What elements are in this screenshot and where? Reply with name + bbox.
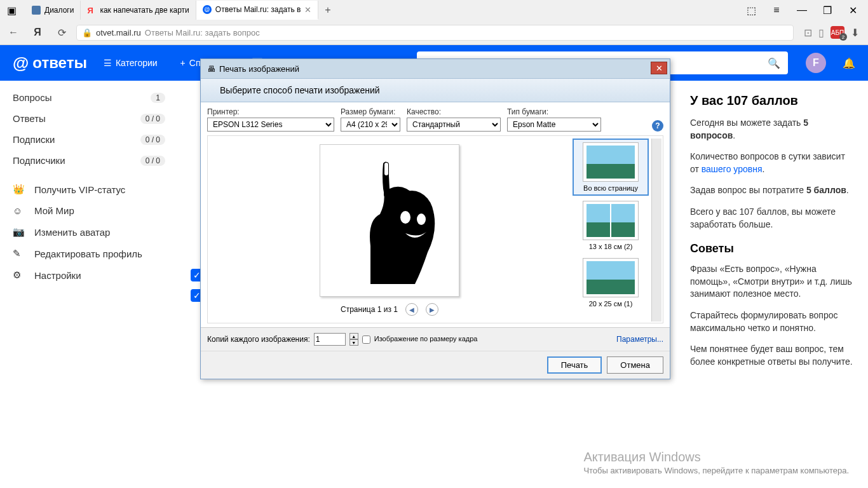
papersize-label: Размер бумаги: (341, 107, 400, 116)
help-icon[interactable]: ? (652, 120, 663, 132)
search-icon[interactable]: 🔍 (768, 57, 780, 69)
smile-icon: ☺ (13, 205, 27, 216)
sidebar-item-answers[interactable]: Ответы0 / 0 (0, 108, 178, 129)
next-page-button[interactable]: ▶ (426, 303, 438, 316)
tab-mailru-active[interactable]: @ Ответы Mail.ru: задать в ✕ (196, 1, 319, 20)
sidebar: Вопросы1 Ответы0 / 0 Подписки0 / 0 Подпи… (0, 81, 178, 488)
pocket-icon[interactable]: ⬚ (738, 1, 764, 19)
tab-label: Диалоги (44, 6, 74, 15)
mailru-icon: @ (203, 5, 212, 14)
tab-label: Ответы Mail.ru: задать в (215, 5, 301, 14)
logo[interactable]: @ ответы (13, 53, 87, 73)
svg-point-1 (400, 211, 410, 224)
close-window-icon[interactable]: ✕ (840, 1, 865, 19)
logo-text: ответы (32, 54, 87, 72)
bell-icon[interactable]: 🔔 (843, 57, 855, 69)
preview-page (320, 144, 459, 297)
printer-label: Принтер: (207, 107, 334, 116)
url-title: Ответы Mail.ru: задать вопрос (145, 28, 260, 37)
layout-20x25[interactable]: 20 x 25 см (1) (573, 255, 649, 310)
quality-select[interactable]: Стандартный (407, 118, 501, 132)
nav-categories[interactable]: ☰Категории (97, 58, 164, 68)
prev-page-button[interactable]: ◀ (405, 303, 418, 316)
level-link[interactable]: вашего уровня (702, 164, 763, 174)
svg-rect-4 (384, 163, 388, 175)
dialog-title: Печать изображений (219, 64, 299, 74)
new-tab-button[interactable]: + (318, 4, 337, 16)
tab-strip: Диалоги Я как напечатать две карти @ Отв… (25, 1, 738, 20)
crown-icon: 👑 (13, 184, 27, 195)
papersize-select[interactable]: A4 (210 x 297 (341, 118, 400, 132)
copies-label: Копий каждого изображения: (207, 335, 310, 344)
at-icon: @ (13, 53, 29, 73)
dialog-banner: Выберите способ печати изображений (201, 78, 670, 102)
camera-icon: 📷 (13, 226, 27, 238)
printer-select[interactable]: EPSON L312 Series (207, 118, 334, 132)
maximize-icon[interactable]: ❐ (815, 1, 840, 19)
layout-list: Во всю страницу 13 x 18 см (2) 20 x 25 с… (573, 139, 649, 322)
layout-fullpage[interactable]: Во всю страницу (573, 139, 649, 196)
fit-checkbox[interactable] (362, 336, 370, 344)
print-dialog: 🖶 Печать изображений ✕ Выберите способ п… (200, 58, 670, 379)
sidebar-link-mymir[interactable]: ☺Мой Мир (0, 200, 178, 221)
print-icon: 🖶 (207, 64, 215, 74)
sidebar-item-followers[interactable]: Подписчики0 / 0 (0, 150, 178, 171)
menu-icon[interactable]: ≡ (764, 1, 789, 19)
sidebar-item-questions[interactable]: Вопросы1 (0, 87, 178, 108)
sidebar-link-avatar[interactable]: 📷Изменить аватар (0, 221, 178, 243)
avatar[interactable]: F (806, 53, 826, 73)
yandex-home-icon[interactable]: Я (28, 23, 47, 42)
copies-input[interactable] (314, 333, 346, 346)
copies-down[interactable]: ▼ (349, 339, 358, 346)
tab-label: как напечатать две карти (100, 6, 189, 15)
fit-label: Изображение по размеру кадра (374, 335, 478, 343)
sidebar-link-settings[interactable]: ⚙Настройки (0, 264, 178, 286)
back-button[interactable]: ← (4, 23, 23, 42)
close-icon[interactable]: ✕ (304, 5, 311, 15)
points-heading: У вас 107 баллов (690, 93, 855, 108)
close-dialog-button[interactable]: ✕ (651, 62, 667, 74)
papertype-label: Тип бумаги: (507, 107, 601, 116)
copies-up[interactable]: ▲ (349, 333, 358, 339)
address-bar[interactable]: 🔒 otvet.mail.ru Ответы Mail.ru: задать в… (76, 25, 794, 41)
list-icon: ☰ (104, 58, 112, 68)
tips-heading: Советы (690, 242, 855, 255)
tab-yandex-search[interactable]: Я как напечатать две карти (81, 1, 196, 20)
edit-icon: ✎ (13, 248, 27, 259)
downloads-icon[interactable]: ⬇ (851, 27, 859, 39)
reload-button[interactable]: ⟳ (52, 23, 71, 42)
reader-icon[interactable]: ⊡ (804, 27, 812, 39)
print-button[interactable]: Печать (547, 356, 602, 374)
extension-badge[interactable]: АБП2 (831, 26, 844, 39)
page-indicator: Страница 1 из 1 (341, 305, 398, 314)
gear-icon: ⚙ (13, 269, 27, 281)
plus-icon: + (180, 58, 186, 68)
params-link[interactable]: Параметры... (616, 335, 663, 344)
layout-scrollbar[interactable] (651, 139, 661, 322)
url-domain: otvet.mail.ru (96, 28, 141, 37)
quality-label: Качество: (407, 107, 501, 116)
preview-image (332, 157, 447, 284)
tab-dialogi[interactable]: Диалоги (25, 1, 81, 20)
sidebar-link-vip[interactable]: 👑Получить VIP-статус (0, 179, 178, 200)
right-panel: У вас 107 баллов Сегодня вы можете задат… (677, 81, 868, 488)
lock-icon: 🔒 (82, 28, 92, 37)
layout-13x18[interactable]: 13 x 18 см (2) (573, 198, 649, 253)
cancel-button[interactable]: Отмена (607, 356, 663, 374)
papertype-select[interactable]: Epson Matte (507, 118, 601, 132)
svg-point-2 (417, 214, 426, 225)
sidebar-toggle-icon[interactable]: ▣ (3, 1, 20, 19)
yandex-icon: Я (87, 6, 96, 15)
minimize-icon[interactable]: — (789, 1, 815, 19)
sidebar-item-subscriptions[interactable]: Подписки0 / 0 (0, 129, 178, 150)
sidebar-link-editprofile[interactable]: ✎Редактировать профиль (0, 243, 178, 264)
windows-activation-watermark: Активация Windows Чтобы активировать Win… (583, 450, 849, 475)
vk-icon (32, 6, 41, 15)
bookmark-icon[interactable]: ▯ (818, 27, 824, 39)
